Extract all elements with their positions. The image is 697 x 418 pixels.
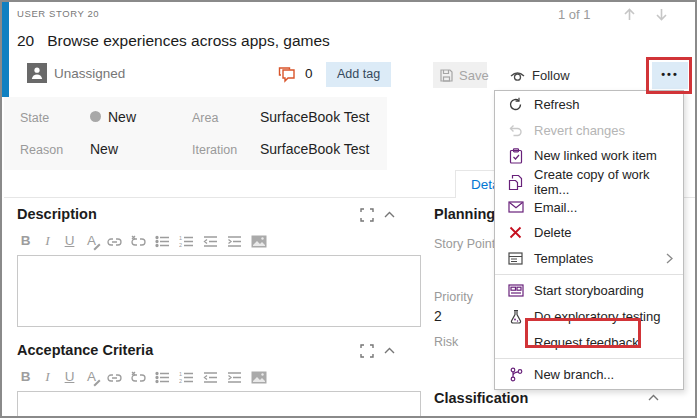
area-label: Area <box>192 111 218 125</box>
nav-up-icon[interactable] <box>621 6 638 23</box>
follow-button[interactable]: Follow <box>505 62 574 88</box>
work-item-type-label: USER STORY 20 <box>17 8 99 19</box>
menu-item-revert-changes[interactable]: Revert changes <box>495 118 683 144</box>
bold-icon[interactable]: B <box>19 232 32 250</box>
description-heading: Description <box>17 206 97 222</box>
state-label: State <box>20 111 49 125</box>
work-item-id: 20 <box>17 32 34 49</box>
clipboard-check-icon <box>507 147 524 164</box>
flask-icon <box>507 308 524 325</box>
menu-item-create-copy[interactable]: Create copy of work item... <box>495 169 683 195</box>
menu-separator <box>495 274 683 275</box>
bullet-list-icon[interactable] <box>155 371 170 384</box>
highlight-icon[interactable]: A <box>85 368 98 386</box>
planning-heading: Planning <box>434 206 495 222</box>
story-points-label: Story Points <box>434 237 501 251</box>
menu-item-new-branch[interactable]: New branch... <box>495 362 683 388</box>
menu-item-start-storyboarding[interactable]: Start storyboarding <box>495 278 683 304</box>
work-item-title-text: Browse experiences across apps, games <box>47 32 330 49</box>
menu-item-email[interactable]: Email... <box>495 194 683 220</box>
remove-link-icon[interactable] <box>131 235 146 248</box>
menu-item-delete[interactable]: Delete <box>495 220 683 246</box>
menu-item-refresh[interactable]: Refresh <box>495 92 683 118</box>
acceptance-criteria-textbox[interactable] <box>17 391 421 418</box>
collapse-section-icon[interactable] <box>648 394 659 402</box>
delete-x-icon <box>507 224 524 241</box>
priority-value[interactable]: 2 <box>434 308 442 324</box>
state-value[interactable]: New <box>90 109 136 125</box>
discussion-count[interactable]: 0 <box>305 66 313 81</box>
outdent-icon[interactable] <box>203 235 218 248</box>
fullscreen-icon[interactable] <box>360 344 374 358</box>
description-editor-toolbar: B I U A 1 2 <box>19 232 267 250</box>
italic-icon[interactable]: I <box>41 368 54 386</box>
more-actions-button[interactable]: ••• <box>652 62 688 89</box>
templates-icon <box>507 250 524 267</box>
chevron-right-icon <box>666 253 673 264</box>
area-value[interactable]: SurfaceBook Test <box>260 109 369 125</box>
reason-label: Reason <box>20 143 63 157</box>
iteration-label: Iteration <box>192 143 237 157</box>
menu-separator <box>495 358 683 359</box>
git-branch-icon <box>507 366 524 383</box>
work-item-type-color-bar <box>2 2 9 97</box>
indent-icon[interactable] <box>227 371 242 384</box>
collapse-section-icon[interactable] <box>384 347 395 355</box>
follow-eye-icon <box>509 68 526 83</box>
classification-heading: Classification <box>434 390 528 406</box>
copy-icon <box>507 173 524 190</box>
risk-label: Risk <box>434 335 458 349</box>
reason-value[interactable]: New <box>90 141 118 157</box>
acceptance-criteria-heading: Acceptance Criteria <box>17 342 153 358</box>
underline-icon[interactable]: U <box>63 232 76 250</box>
work-item-window: USER STORY 20 1 of 1 20Browse experience… <box>0 0 697 418</box>
bold-icon[interactable]: B <box>19 368 32 386</box>
remove-link-icon[interactable] <box>131 371 146 384</box>
acceptance-editor-toolbar: B I U A 1 2 <box>19 368 267 386</box>
assignee-field[interactable]: Unassigned <box>54 66 125 81</box>
discussion-icon[interactable] <box>278 66 299 84</box>
no-icon <box>507 334 524 351</box>
numbered-list-icon[interactable]: 1 2 <box>179 371 194 384</box>
refresh-icon <box>507 96 524 113</box>
svg-text:1: 1 <box>179 235 182 241</box>
menu-item-templates[interactable]: Templates <box>495 246 683 272</box>
italic-icon[interactable]: I <box>41 232 54 250</box>
state-dot-icon <box>90 111 101 122</box>
numbered-list-icon[interactable]: 1 2 <box>179 235 194 248</box>
work-item-title[interactable]: 20Browse experiences across apps, games <box>17 32 330 50</box>
indent-icon[interactable] <box>227 235 242 248</box>
underline-icon[interactable]: U <box>63 368 76 386</box>
menu-item-new-linked-work-item[interactable]: New linked work item <box>495 143 683 169</box>
save-label: Save <box>459 68 489 83</box>
revert-icon <box>507 122 524 139</box>
iteration-value[interactable]: SurfaceBook Test <box>260 141 369 157</box>
menu-item-do-exploratory-testing[interactable]: Do exploratory testing <box>495 304 683 330</box>
collapse-section-icon[interactable] <box>384 211 395 219</box>
highlight-icon[interactable]: A <box>85 232 98 250</box>
storyboard-icon <box>507 282 524 299</box>
more-actions-menu: Refresh Revert changes New linked work i… <box>494 90 684 390</box>
fields-panel: State New Area SurfaceBook Test Reason N… <box>4 97 387 170</box>
add-tag-button[interactable]: Add tag <box>326 62 391 87</box>
priority-label: Priority <box>434 290 473 304</box>
menu-item-request-feedback[interactable]: Request feedback <box>495 329 683 355</box>
link-icon[interactable] <box>107 235 122 248</box>
svg-text:2: 2 <box>179 378 182 384</box>
svg-text:1: 1 <box>179 371 182 377</box>
insert-image-icon[interactable] <box>251 235 267 248</box>
link-icon[interactable] <box>107 371 122 384</box>
save-button[interactable]: Save <box>433 62 487 88</box>
bullet-list-icon[interactable] <box>155 235 170 248</box>
nav-down-icon[interactable] <box>653 6 670 23</box>
description-textbox[interactable] <box>17 255 421 327</box>
svg-text:2: 2 <box>179 242 182 248</box>
fullscreen-icon[interactable] <box>360 208 374 222</box>
pager-count: 1 of 1 <box>558 7 591 22</box>
outdent-icon[interactable] <box>203 371 218 384</box>
save-icon <box>440 69 453 82</box>
follow-label: Follow <box>532 68 570 83</box>
assignee-avatar-icon <box>27 63 47 83</box>
email-icon <box>507 199 524 216</box>
insert-image-icon[interactable] <box>251 371 267 384</box>
